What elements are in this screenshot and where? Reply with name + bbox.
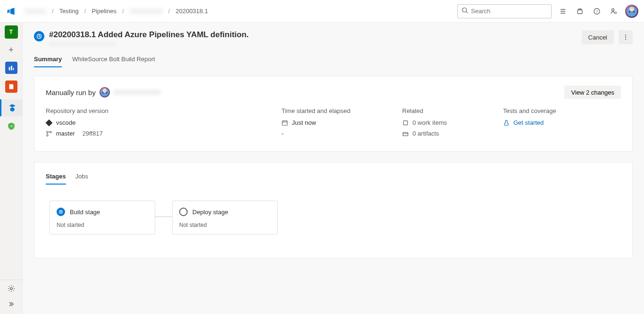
svg-rect-19 xyxy=(282,121,288,125)
stage-status-waiting-icon xyxy=(57,208,65,216)
time-section-label: Time started and elapsed xyxy=(281,107,402,114)
stages-graph: Build stage Not started Deploy stage Not… xyxy=(46,201,621,234)
repo-name[interactable]: vscode xyxy=(56,119,75,126)
run-summary-card: Manually run by View 2 changes Repositor… xyxy=(34,76,633,152)
branch-name[interactable]: master xyxy=(56,130,75,137)
sidebar-boards-icon[interactable] xyxy=(5,62,17,74)
stage-status: Not started xyxy=(57,222,148,228)
svg-rect-2 xyxy=(578,10,582,14)
svg-point-5 xyxy=(612,8,614,11)
page-header: #20200318.1 Added Azure Pipelines YAML d… xyxy=(34,30,633,46)
run-status-waiting-icon xyxy=(34,31,44,41)
svg-rect-9 xyxy=(13,68,14,70)
more-actions-button[interactable] xyxy=(619,30,633,44)
run-by-avatar[interactable] xyxy=(99,87,110,97)
search-box[interactable] xyxy=(457,4,552,18)
svg-text:?: ? xyxy=(596,9,598,14)
branch-icon xyxy=(46,130,52,137)
breadcrumb-pipeline[interactable] xyxy=(130,8,163,14)
breadcrumb-org[interactable] xyxy=(25,8,46,14)
svg-rect-8 xyxy=(11,66,12,71)
breadcrumb-sep: / xyxy=(84,8,86,15)
pipeline-name[interactable] xyxy=(49,41,115,46)
svg-point-16 xyxy=(47,131,49,133)
stage-name: Build stage xyxy=(70,209,100,216)
stage-status: Not started xyxy=(179,222,271,228)
calendar-icon xyxy=(281,120,288,126)
svg-rect-21 xyxy=(403,132,408,136)
svg-rect-20 xyxy=(404,121,408,125)
tab-whitesource[interactable]: WhiteSource Bolt Build Report xyxy=(72,52,155,67)
tests-get-started-link[interactable]: Get started xyxy=(513,119,544,126)
cancel-button[interactable]: Cancel xyxy=(582,30,614,44)
work-items-link[interactable]: 0 work items xyxy=(413,119,447,126)
commit-id[interactable]: 29ff817 xyxy=(83,130,103,137)
sidebar-testplans-icon[interactable] xyxy=(5,120,17,132)
time-started-value: Just now xyxy=(292,119,316,126)
related-section-label: Related xyxy=(402,107,503,114)
project-tile[interactable]: T xyxy=(5,25,18,39)
sidebar-repos-icon[interactable] xyxy=(5,81,17,93)
time-elapsed-value: - xyxy=(281,130,283,137)
stage-card-build[interactable]: Build stage Not started xyxy=(50,201,155,234)
leftbar: T + xyxy=(0,23,23,314)
svg-point-14 xyxy=(625,39,626,40)
svg-rect-15 xyxy=(46,120,52,126)
breadcrumb-sep: / xyxy=(52,8,54,15)
marketplace-icon[interactable] xyxy=(576,8,584,15)
stage-name: Deploy stage xyxy=(192,209,228,216)
svg-point-0 xyxy=(462,8,467,12)
expand-sidebar-icon[interactable] xyxy=(8,300,15,309)
beaker-icon xyxy=(503,120,510,126)
azure-devops-logo[interactable] xyxy=(0,7,23,16)
stages-card: Stages Jobs Build stage Not started Depl… xyxy=(34,162,633,258)
search-input[interactable] xyxy=(471,8,550,15)
svg-point-12 xyxy=(625,34,626,35)
svg-point-6 xyxy=(615,12,617,14)
workitem-icon xyxy=(402,120,409,126)
svg-rect-7 xyxy=(8,67,10,70)
user-avatar[interactable] xyxy=(625,5,638,18)
search-icon xyxy=(462,7,468,15)
artifacts-link[interactable]: 0 artifacts xyxy=(413,130,439,137)
top-icons: ? xyxy=(559,8,618,15)
subtab-stages[interactable]: Stages xyxy=(46,172,66,185)
user-settings-icon[interactable] xyxy=(610,8,618,15)
breadcrumb-sep: / xyxy=(122,8,124,15)
run-by-name[interactable] xyxy=(114,89,161,95)
topbar: / Testing / Pipelines / / 20200318.1 ? xyxy=(0,0,644,23)
main-content: #20200318.1 Added Azure Pipelines YAML d… xyxy=(23,23,644,314)
page-tabs: Summary WhiteSource Bolt Build Report xyxy=(34,52,633,67)
settings-icon[interactable] xyxy=(8,285,15,294)
tab-summary[interactable]: Summary xyxy=(34,52,62,67)
svg-point-13 xyxy=(625,37,626,38)
svg-point-17 xyxy=(47,134,49,136)
repo-icon xyxy=(46,120,52,126)
svg-point-18 xyxy=(50,131,52,133)
page-title: #20200318.1 Added Azure Pipelines YAML d… xyxy=(49,30,582,40)
breadcrumb-item-testing[interactable]: Testing xyxy=(59,8,79,15)
tests-section-label: Tests and coverage xyxy=(503,107,616,114)
view-changes-button[interactable]: View 2 changes xyxy=(564,86,621,99)
add-project-button[interactable]: + xyxy=(8,45,14,55)
stage-connector xyxy=(155,217,172,217)
subtab-jobs[interactable]: Jobs xyxy=(75,172,88,185)
svg-point-10 xyxy=(10,288,12,290)
breadcrumb-sep: / xyxy=(168,8,170,15)
svg-line-1 xyxy=(466,12,468,14)
breadcrumb: / Testing / Pipelines / / 20200318.1 xyxy=(25,8,208,15)
stage-card-deploy[interactable]: Deploy stage Not started xyxy=(172,201,278,234)
help-icon[interactable]: ? xyxy=(593,8,601,15)
sidebar-pipelines-icon[interactable] xyxy=(0,99,23,116)
run-by-label: Manually run by xyxy=(46,89,96,97)
repo-section-label: Repository and version xyxy=(46,107,281,114)
list-icon[interactable] xyxy=(559,8,567,15)
stage-status-idle-icon xyxy=(179,208,188,216)
breadcrumb-item-run[interactable]: 20200318.1 xyxy=(175,8,208,15)
artifact-icon xyxy=(402,130,409,137)
breadcrumb-item-pipelines[interactable]: Pipelines xyxy=(91,8,116,15)
